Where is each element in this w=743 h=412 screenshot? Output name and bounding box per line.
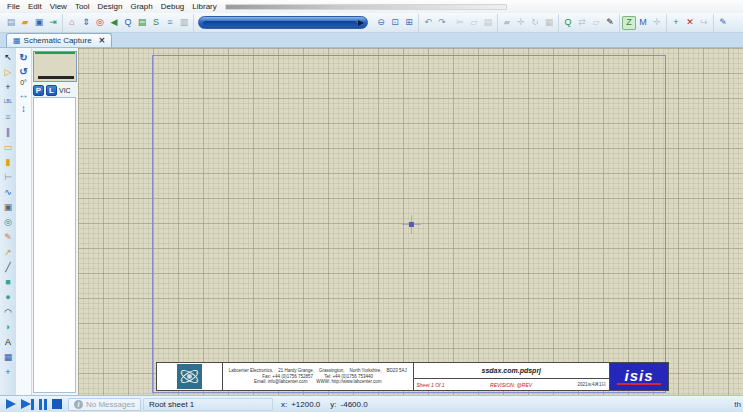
zoom-toolbar-group: ⊖⊡⊞	[372, 14, 419, 32]
text-script-mode-icon[interactable]: ≡	[1, 110, 15, 124]
tab-schematic-capture[interactable]: ▦ Schematic Capture ✕	[6, 33, 112, 47]
rotate-clockwise-icon[interactable]: ↻	[17, 51, 30, 63]
device-list[interactable]	[33, 97, 76, 393]
message-panel[interactable]: i No Messages	[68, 398, 141, 411]
zoom-slider[interactable]	[198, 16, 368, 29]
menu-file[interactable]: File	[3, 1, 24, 12]
2d-symbol-icon[interactable]: ▦	[1, 350, 15, 364]
junction-dot-mode-icon[interactable]: +	[1, 80, 15, 94]
pick-devices-button[interactable]: P	[33, 85, 44, 96]
work-area: ↖▷+LBL≡∥▭▮⊢∿▣◎✎↗╱■●◠◗A▦+ ↻ ↺ 0° ↔ ↕ P L …	[0, 48, 743, 395]
2d-arc-icon[interactable]: ◠	[1, 305, 15, 319]
selection-pointer-icon[interactable]: ↖	[1, 50, 15, 64]
voltage-probe-mode-icon[interactable]: ✎	[1, 230, 15, 244]
menu-view[interactable]: View	[46, 1, 71, 12]
remove-sheet-icon[interactable]: ✕	[683, 16, 697, 30]
library-manager-button[interactable]: L	[46, 85, 57, 96]
goto-parent-sheet-icon[interactable]: ↪	[697, 16, 711, 30]
block-delete-icon[interactable]: ▦	[542, 16, 556, 30]
sheet-info-row: Sheet 1 Of 1 REVISION: @REV 2021年4月1日	[414, 379, 610, 390]
labcenter-logo	[177, 364, 202, 389]
3d-visualizer-icon[interactable]: ◀	[107, 16, 121, 30]
info-icon: i	[74, 400, 83, 409]
menu-design[interactable]: Design	[94, 1, 127, 12]
labcenter-logo-cell	[157, 363, 223, 390]
zoom-area-icon[interactable]: ⊞	[402, 16, 416, 30]
2d-marker-icon[interactable]: +	[1, 365, 15, 379]
menu-tool[interactable]: Tool	[71, 1, 94, 12]
design-tools-icon[interactable]: ✛	[650, 16, 664, 30]
bill-of-materials-icon[interactable]: ▤	[135, 16, 149, 30]
step-button[interactable]	[21, 399, 34, 410]
2d-box-icon[interactable]: ■	[1, 275, 15, 289]
copy-icon[interactable]: ▱	[467, 16, 481, 30]
zoom-out-icon[interactable]: ⊖	[374, 16, 388, 30]
revision-label: REVISION: @REV	[490, 382, 532, 388]
design-properties-icon[interactable]: ✎	[716, 16, 730, 30]
edit-object-icon[interactable]: ▱	[589, 16, 603, 30]
menu-bar: FileEditViewToolDesignGraphDebugLibrary	[0, 0, 743, 13]
cut-icon[interactable]: ✂	[453, 16, 467, 30]
menu-edit[interactable]: Edit	[24, 1, 46, 12]
isis-logo-text: isis	[625, 369, 654, 382]
new-sheet-icon[interactable]: +	[669, 16, 683, 30]
device-pins-mode-icon[interactable]: ⊢	[1, 170, 15, 184]
2d-line-icon[interactable]: ╱	[1, 260, 15, 274]
device-list-item[interactable]: VIC	[59, 87, 71, 94]
terminals-mode-icon[interactable]: ▮	[1, 155, 15, 169]
search-and-tag-icon[interactable]: M	[636, 16, 650, 30]
schematic-canvas[interactable]: Labcenter Electronics, 21 Hardy Grange, …	[78, 48, 743, 395]
2d-path-icon[interactable]: ◗	[1, 320, 15, 334]
graph-mode-icon[interactable]: ∿	[1, 185, 15, 199]
root-sheet-label: Root sheet 1	[149, 400, 194, 409]
rotate-anticlockwise-icon[interactable]: ↺	[17, 65, 30, 77]
menu-library[interactable]: Library	[188, 1, 220, 12]
wire-autoroute-icon[interactable]: Z	[622, 16, 636, 30]
history-toolbar-group: ↶↷	[419, 14, 451, 32]
schematic-capture-icon[interactable]: ⇕	[79, 16, 93, 30]
status-bar: i No Messages Root sheet 1 x: +1200.0 y:…	[0, 395, 743, 412]
pause-button[interactable]	[39, 399, 47, 410]
design-explorer-icon[interactable]: Q	[121, 16, 135, 30]
simulation-advisor-icon[interactable]: ≡	[163, 16, 177, 30]
2d-circle-icon[interactable]: ●	[1, 290, 15, 304]
mirror-vertical-icon[interactable]: ↕	[17, 102, 30, 114]
stop-button[interactable]	[52, 399, 62, 409]
wire-label-mode-icon[interactable]: LBL	[1, 95, 15, 109]
home-page-icon[interactable]: ⌂	[65, 16, 79, 30]
paste-icon[interactable]: ▤	[481, 16, 495, 30]
save-project-icon[interactable]: ▣	[32, 16, 46, 30]
subcircuit-mode-icon[interactable]: ▭	[1, 140, 15, 154]
project-notes-icon[interactable]: ▥	[177, 16, 191, 30]
generator-mode-icon[interactable]: ◎	[1, 215, 15, 229]
status-right-text: th	[734, 400, 741, 409]
company-address-cell: Labcenter Electronics, 21 Hardy Grange, …	[223, 363, 414, 390]
block-rotate-icon[interactable]: ↻	[528, 16, 542, 30]
menu-debug[interactable]: Debug	[157, 1, 189, 12]
property-assignment-tool-icon[interactable]: ✎	[603, 16, 617, 30]
overview-minimap[interactable]	[33, 51, 77, 82]
play-button[interactable]	[6, 399, 16, 409]
block-copy-icon[interactable]: ▰	[500, 16, 514, 30]
file-toolbar-group: ▤▰▣⇥	[2, 14, 63, 32]
current-probe-mode-icon[interactable]: ↗	[1, 245, 15, 259]
menu-graph[interactable]: Graph	[126, 1, 156, 12]
component-mode-icon[interactable]: ▷	[1, 65, 15, 79]
link-package-icon[interactable]: ⇄	[575, 16, 589, 30]
pcb-layout-icon[interactable]: ◎	[93, 16, 107, 30]
zoom-all-icon[interactable]: ⊡	[388, 16, 402, 30]
2d-text-icon[interactable]: A	[1, 335, 15, 349]
open-project-icon[interactable]: ▰	[18, 16, 32, 30]
source-code-icon[interactable]: S	[149, 16, 163, 30]
tape-recorder-mode-icon[interactable]: ▣	[1, 200, 15, 214]
new-project-icon[interactable]: ▤	[4, 16, 18, 30]
redo-icon[interactable]: ↷	[435, 16, 449, 30]
import-project-icon[interactable]: ⇥	[46, 16, 60, 30]
undo-icon[interactable]: ↶	[421, 16, 435, 30]
toolbar-drag-handle[interactable]	[225, 4, 507, 10]
search-component-icon[interactable]: Q	[561, 16, 575, 30]
buses-mode-icon[interactable]: ∥	[1, 125, 15, 139]
mirror-horizontal-icon[interactable]: ↔	[17, 88, 30, 100]
tab-close-icon[interactable]: ✕	[99, 36, 106, 45]
block-move-icon[interactable]: ✛	[514, 16, 528, 30]
